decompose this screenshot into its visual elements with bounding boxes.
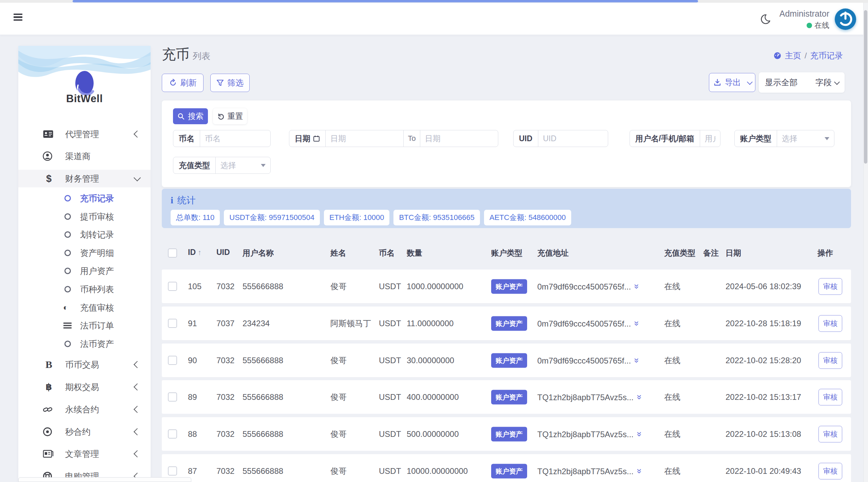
date-filter: 日期 To	[289, 130, 498, 147]
expand-address-icon[interactable]: »	[634, 394, 644, 399]
sort-asc-icon[interactable]: ↑	[198, 248, 201, 257]
uid-input[interactable]	[538, 134, 608, 143]
sidebar-item-label: 代理管理	[65, 129, 99, 140]
show-all-select[interactable]: 显示全部	[765, 77, 797, 88]
column-header-数量[interactable]: 数量	[407, 248, 422, 258]
sidebar-item-label: 秒合约	[65, 426, 91, 438]
refresh-button[interactable]: 刷新	[162, 74, 204, 92]
chevron-down-icon	[134, 174, 141, 181]
cell-username: 555666888	[243, 392, 283, 402]
user-filter-label: 用户名/手机/邮箱	[630, 133, 700, 144]
expand-address-icon[interactable]: »	[634, 468, 644, 473]
sidebar-item-3[interactable]: $财务管理	[18, 170, 151, 187]
breadcrumb-current[interactable]: 充币记录	[810, 50, 843, 61]
column-header-币名[interactable]: 币名	[379, 248, 394, 258]
expand-address-icon[interactable]: »	[634, 431, 644, 436]
menu-toggle-icon[interactable]	[14, 14, 22, 21]
audit-button[interactable]: 审核	[818, 389, 842, 405]
column-header-ID[interactable]: ID↑	[188, 248, 201, 257]
cell-uid: 7032	[216, 466, 234, 476]
row-checkbox[interactable]	[168, 356, 177, 365]
row-checkbox[interactable]	[168, 392, 177, 402]
reset-button[interactable]: 重置	[213, 108, 247, 124]
sidebar-item-label: 期权交易	[65, 382, 99, 393]
sidebar-subitem-划转记录[interactable]: 划转记录	[18, 226, 151, 243]
column-header-日期[interactable]: 日期	[726, 248, 741, 258]
filter-button[interactable]: 筛选	[210, 74, 250, 92]
column-header-用户名称[interactable]: 用户名称	[243, 248, 274, 258]
scrollbar-thumb[interactable]	[864, 10, 867, 164]
row-checkbox[interactable]	[168, 282, 177, 291]
sidebar-item-2[interactable]: 渠道商	[18, 147, 151, 165]
column-header-充值类型[interactable]: 充值类型	[664, 248, 695, 258]
sidebar-item-7[interactable]: 秒合约	[18, 423, 151, 441]
sidebar-subitem-法币资产[interactable]: 法币资产	[18, 335, 151, 352]
cell-date: 2022-10-28 15:18:19	[726, 319, 801, 328]
sidebar-item-label: 永续合约	[65, 404, 99, 415]
row-checkbox[interactable]	[168, 429, 177, 439]
sidebar-subitem-提币审核[interactable]: 提币审核	[18, 208, 151, 225]
audit-button[interactable]: 审核	[818, 352, 842, 369]
avatar[interactable]	[835, 8, 856, 30]
chevron-down-icon	[825, 137, 829, 140]
column-header-备注[interactable]: 备注	[703, 248, 719, 258]
sidebar-subitem-资产明细[interactable]: 资产明细	[18, 244, 151, 261]
circle-icon	[64, 195, 71, 202]
column-header-UID[interactable]: UID	[216, 248, 230, 257]
coin-input[interactable]	[200, 134, 270, 143]
stats-title: i统计	[171, 194, 196, 206]
expand-address-icon[interactable]: »	[632, 358, 642, 363]
sidebar-subitem-用户资产[interactable]: 用户资产	[18, 262, 151, 279]
select-all-checkbox[interactable]	[168, 248, 177, 258]
audit-button[interactable]: 审核	[818, 278, 842, 295]
user-name[interactable]: Administrator	[743, 9, 829, 19]
export-button[interactable]: 导出	[709, 73, 755, 92]
sidebar-item-label: 币币交易	[65, 359, 99, 370]
id-card-icon	[43, 130, 55, 138]
recharge-type-label: 充值类型	[173, 160, 215, 171]
row-checkbox[interactable]	[168, 466, 177, 476]
sidebar-subitem-充币记录[interactable]: 充币记录	[18, 190, 151, 207]
date-filter-label: 日期	[289, 133, 325, 144]
search-icon	[177, 113, 185, 120]
cell-coin: USDT	[379, 429, 401, 439]
search-button[interactable]: 搜索	[173, 108, 208, 124]
page-subtitle: 列表	[193, 50, 210, 62]
user-input[interactable]	[700, 134, 720, 143]
sidebar-subitem-法币订单[interactable]: 法币订单	[18, 317, 151, 334]
sidebar-item-8[interactable]: 文章管理	[18, 445, 151, 463]
cell-coin: USDT	[379, 466, 401, 476]
info-icon: i	[171, 195, 173, 206]
sidebar-item-1[interactable]: 代理管理	[18, 125, 151, 143]
sidebar-subitem-币种列表[interactable]: 币种列表	[18, 281, 151, 298]
row-checkbox[interactable]	[168, 319, 177, 328]
breadcrumb-home[interactable]: 主页	[785, 50, 801, 61]
audit-button[interactable]: 审核	[818, 463, 842, 479]
date-from-input[interactable]	[326, 134, 403, 143]
link-icon	[43, 405, 55, 414]
sidebar-subitem-充值审核[interactable]: ◐充值审核	[18, 299, 151, 316]
fields-selector[interactable]: 显示全部 字段	[759, 72, 845, 93]
audit-button[interactable]: 审核	[818, 315, 842, 332]
brand-name[interactable]: BitWell	[18, 93, 151, 105]
cell-username: 555666888	[243, 356, 283, 365]
recharge-type-select[interactable]: 选择	[216, 160, 270, 171]
column-header-姓名[interactable]: 姓名	[330, 248, 346, 258]
column-header-账户类型[interactable]: 账户类型	[491, 248, 522, 258]
browser-edge-strip	[0, 0, 868, 3]
user-filter: 用户名/手机/邮箱	[630, 130, 720, 147]
sidebar-item-5[interactable]: ฿期权交易	[18, 378, 151, 396]
column-header-充值地址[interactable]: 充值地址	[537, 248, 568, 258]
sidebar-item-4[interactable]: B币币交易	[18, 356, 151, 373]
column-header-操作[interactable]: 操作	[817, 248, 833, 258]
sidebar-item-6[interactable]: 永续合约	[18, 401, 151, 418]
expand-address-icon[interactable]: »	[632, 284, 642, 289]
date-to-input[interactable]	[420, 134, 498, 143]
audit-button[interactable]: 审核	[818, 426, 842, 442]
cell-date: 2024-05-06 18:02:39	[726, 282, 801, 291]
account-type-select[interactable]: 选择	[777, 133, 834, 144]
expand-address-icon[interactable]: »	[632, 321, 642, 326]
cell-id: 89	[188, 392, 197, 402]
topbar	[0, 3, 868, 35]
fields-dropdown[interactable]: 字段	[815, 77, 832, 88]
